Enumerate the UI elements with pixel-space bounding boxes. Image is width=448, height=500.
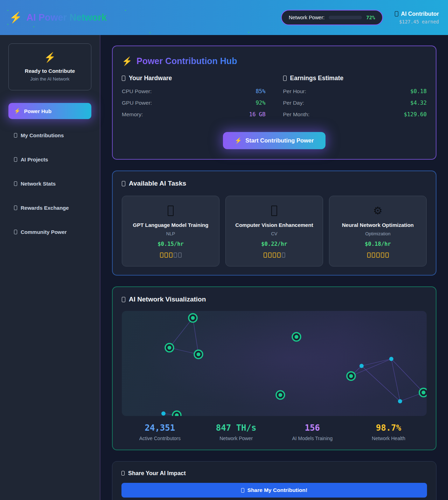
start-contributing-button[interactable]: ⚡ Start Contributing Power bbox=[223, 132, 326, 149]
task-difficulty bbox=[128, 252, 214, 258]
star-empty-icon bbox=[282, 252, 285, 258]
task-card-neural-optimization[interactable]: ⚙ Neural Network Optimization Optimizati… bbox=[329, 196, 427, 266]
stat-active-contributors: 24,351 Active Contributors bbox=[122, 423, 198, 441]
star-filled-icon bbox=[367, 252, 371, 258]
particle-dot bbox=[248, 32, 249, 33]
particle-dot bbox=[7, 10, 8, 11]
share-panel: Share Your AI Impact Share My Contributi… bbox=[112, 461, 436, 500]
network-edge bbox=[391, 359, 400, 401]
network-hub-node-core bbox=[279, 393, 282, 397]
task-rate: $0.15/hr bbox=[128, 241, 214, 247]
network-power-pill: Network Power: 72% bbox=[281, 10, 383, 25]
sidebar-item-label: Community Power bbox=[21, 229, 67, 235]
contributions-icon bbox=[14, 133, 17, 138]
gpu-power-value: 92% bbox=[256, 100, 266, 106]
sidebar-item-label: My Contributions bbox=[21, 132, 64, 138]
gear-icon: ⚙ bbox=[373, 206, 383, 216]
community-icon bbox=[14, 230, 17, 234]
star-filled-icon bbox=[381, 252, 384, 258]
hardware-row: Memory: 16 GB bbox=[122, 111, 266, 118]
vision-icon bbox=[271, 206, 277, 216]
sidebar: ⚡ Ready to Contribute Join the AI Networ… bbox=[0, 35, 100, 500]
hardware-row: GPU Power: 92% bbox=[122, 100, 266, 106]
rewards-icon bbox=[14, 206, 17, 210]
memory-value: 16 GB bbox=[249, 111, 266, 118]
task-rate: $0.22/hr bbox=[231, 241, 317, 247]
row-label: Per Hour: bbox=[283, 88, 306, 95]
particle-dot bbox=[149, 32, 150, 33]
network-power-bar bbox=[329, 16, 362, 19]
projects-icon bbox=[14, 157, 17, 162]
tasks-icon bbox=[122, 181, 125, 186]
network-hub-node-core bbox=[168, 346, 172, 350]
row-label: Per Month: bbox=[283, 111, 310, 118]
hardware-row: CPU Power: 85% bbox=[122, 88, 266, 95]
task-category: Optimization bbox=[335, 231, 421, 236]
task-difficulty bbox=[231, 252, 317, 258]
network-edge bbox=[362, 366, 400, 401]
sidebar-item-my-contributions[interactable]: My Contributions bbox=[8, 127, 91, 143]
star-filled-icon bbox=[169, 252, 173, 258]
star-filled-icon bbox=[268, 252, 272, 258]
network-hub-node-core bbox=[349, 374, 353, 378]
header: ⚡ AI Power Network Network Power: 72% AI… bbox=[0, 0, 448, 35]
network-edge bbox=[362, 359, 391, 366]
particle-dot bbox=[125, 10, 126, 11]
task-title: Neural Network Optimization bbox=[335, 222, 421, 228]
task-title: Computer Vision Enhancement bbox=[231, 222, 317, 228]
star-filled-icon bbox=[160, 252, 163, 258]
star-empty-icon bbox=[178, 252, 182, 258]
stat-value: 847 TH/s bbox=[198, 423, 274, 433]
network-svg bbox=[122, 311, 427, 416]
stat-network-power: 847 TH/s Network Power bbox=[198, 423, 274, 441]
sidebar-item-community-power[interactable]: Community Power bbox=[8, 224, 91, 240]
sidebar-item-ai-projects[interactable]: AI Projects bbox=[8, 152, 91, 167]
stat-label: AI Models Training bbox=[274, 436, 351, 441]
stat-network-health: 98.7% Network Health bbox=[350, 423, 427, 441]
network-edge bbox=[169, 318, 193, 348]
sidebar-item-label: Network Stats bbox=[21, 181, 56, 187]
lightning-bolt-icon: ⚡ bbox=[122, 56, 132, 66]
share-contribution-button[interactable]: Share My Contribution! bbox=[121, 483, 427, 498]
cpu-power-value: 85% bbox=[256, 88, 266, 95]
robot-icon bbox=[168, 206, 174, 216]
task-card-computer-vision[interactable]: Computer Vision Enhancement CV $0.22/hr bbox=[225, 196, 323, 266]
sidebar-item-rewards-exchange[interactable]: Rewards Exchange bbox=[8, 200, 91, 216]
per-hour-value: $0.18 bbox=[410, 88, 427, 95]
app-title: AI Power Network bbox=[26, 12, 107, 23]
task-title: GPT Language Model Training bbox=[128, 222, 214, 228]
row-label: CPU Power: bbox=[122, 88, 152, 95]
sidebar-item-power-hub[interactable]: ⚡ Power Hub bbox=[8, 103, 91, 119]
sidebar-item-network-stats[interactable]: Network Stats bbox=[8, 176, 91, 192]
earnings-heading: Earnings Estimate bbox=[290, 75, 344, 82]
panel-title: Power Contribution Hub bbox=[136, 56, 237, 66]
lightning-bolt-icon: ⚡ bbox=[14, 108, 21, 114]
network-hub-node-core bbox=[295, 335, 299, 339]
task-card-gpt-training[interactable]: GPT Language Model Training NLP $0.15/hr bbox=[122, 196, 219, 266]
sidebar-item-label: AI Projects bbox=[21, 157, 48, 162]
star-filled-icon bbox=[264, 252, 267, 258]
network-edge bbox=[351, 359, 391, 376]
star-filled-icon bbox=[376, 252, 380, 258]
lightning-bolt-icon: ⚡ bbox=[9, 12, 22, 23]
network-peer-node bbox=[161, 411, 166, 416]
network-hub-node-core bbox=[191, 316, 195, 320]
network-visualization-panel: AI Network Visualization 24,351 Active C… bbox=[112, 286, 436, 450]
task-rate: $0.18/hr bbox=[335, 241, 421, 247]
contributor-block: AI Contributor $127.45 earned bbox=[395, 11, 439, 25]
network-stats-row: 24,351 Active Contributors 847 TH/s Netw… bbox=[122, 423, 427, 441]
hardware-icon bbox=[122, 76, 125, 81]
stat-value: 156 bbox=[274, 423, 351, 433]
stat-models-training: 156 AI Models Training bbox=[274, 423, 351, 441]
star-filled-icon bbox=[277, 252, 281, 258]
lightning-bolt-icon: ⚡ bbox=[13, 53, 87, 62]
particle-dot bbox=[33, 26, 34, 27]
hardware-column: Your Hardware CPU Power: 85% GPU Power: … bbox=[122, 75, 266, 123]
stat-value: 24,351 bbox=[122, 423, 198, 433]
earnings-icon bbox=[283, 76, 287, 81]
per-day-value: $4.32 bbox=[410, 100, 427, 106]
ready-to-contribute-card: ⚡ Ready to Contribute Join the AI Networ… bbox=[8, 43, 91, 90]
star-filled-icon bbox=[372, 252, 375, 258]
stat-label: Active Contributors bbox=[122, 436, 198, 441]
stat-label: Network Health bbox=[350, 436, 427, 441]
